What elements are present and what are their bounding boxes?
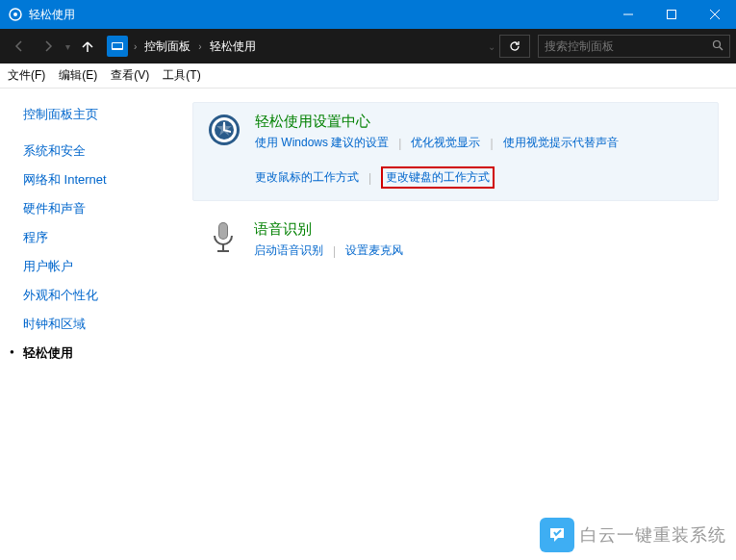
separator: | bbox=[490, 137, 493, 150]
ease-of-access-icon bbox=[207, 113, 241, 147]
sidebar-home[interactable]: 控制面板主页 bbox=[23, 106, 192, 123]
minimize-button[interactable] bbox=[606, 0, 649, 29]
svg-point-8 bbox=[714, 40, 721, 47]
link-optimize-visual[interactable]: 优化视觉显示 bbox=[411, 135, 480, 151]
sidebar-item-programs[interactable]: 程序 bbox=[23, 229, 192, 246]
chevron-right-icon: › bbox=[134, 41, 137, 52]
back-button[interactable] bbox=[6, 33, 33, 60]
forward-button[interactable] bbox=[35, 33, 62, 60]
sidebar-item-system[interactable]: 系统和安全 bbox=[23, 142, 192, 160]
breadcrumb-ease-of-access[interactable]: 轻松使用 bbox=[210, 38, 256, 55]
window-title: 轻松使用 bbox=[29, 7, 606, 23]
link-setup-mic[interactable]: 设置麦克风 bbox=[345, 242, 403, 259]
maximize-button[interactable] bbox=[649, 0, 693, 29]
menu-edit[interactable]: 编辑(E) bbox=[59, 67, 97, 84]
search-box[interactable] bbox=[538, 35, 730, 58]
sidebar-item-network[interactable]: 网络和 Internet bbox=[23, 171, 192, 189]
link-visual-cues[interactable]: 使用视觉提示代替声音 bbox=[503, 135, 619, 151]
close-button[interactable] bbox=[693, 0, 736, 29]
sidebar-item-clock[interactable]: 时钟和区域 bbox=[23, 316, 192, 333]
sidebar-item-ease-of-access[interactable]: 轻松使用 bbox=[23, 344, 192, 362]
chevron-right-icon: › bbox=[198, 41, 201, 52]
svg-point-1 bbox=[13, 13, 17, 16]
svg-rect-14 bbox=[219, 223, 227, 239]
separator: | bbox=[398, 137, 401, 150]
menu-file[interactable]: 文件(F) bbox=[8, 67, 45, 84]
refresh-button[interactable] bbox=[499, 35, 530, 58]
breadcrumb-dropdown-icon[interactable]: ⌄ bbox=[488, 41, 495, 52]
svg-rect-7 bbox=[113, 43, 122, 48]
link-windows-suggestions[interactable]: 使用 Windows 建议的设置 bbox=[255, 135, 389, 151]
separator: | bbox=[333, 244, 336, 258]
watermark-icon bbox=[540, 518, 574, 552]
link-start-speech[interactable]: 启动语音识别 bbox=[254, 242, 323, 259]
app-icon bbox=[8, 7, 23, 22]
ease-center-title[interactable]: 轻松使用设置中心 bbox=[255, 113, 704, 131]
svg-rect-3 bbox=[667, 11, 675, 19]
watermark-text: 白云一键重装系统 bbox=[580, 523, 726, 547]
card-ease-of-access: 轻松使用设置中心 使用 Windows 建议的设置 | 优化视觉显示 | 使用视… bbox=[192, 102, 719, 201]
nav-dropdown-icon[interactable]: ▾ bbox=[65, 41, 70, 52]
search-input[interactable] bbox=[545, 39, 712, 53]
breadcrumb-control-panel[interactable]: 控制面板 bbox=[144, 38, 190, 55]
sidebar-item-hardware[interactable]: 硬件和声音 bbox=[23, 200, 192, 217]
separator: | bbox=[368, 171, 371, 185]
card-speech: 语音识别 启动语音识别 | 设置麦克风 bbox=[192, 211, 719, 270]
watermark: 白云一键重装系统 bbox=[540, 518, 726, 552]
search-icon[interactable] bbox=[712, 39, 723, 54]
link-change-keyboard[interactable]: 更改键盘的工作方式 bbox=[381, 166, 495, 189]
svg-line-9 bbox=[720, 47, 723, 50]
up-button[interactable] bbox=[74, 33, 101, 60]
sidebar-item-accounts[interactable]: 用户帐户 bbox=[23, 258, 192, 275]
menu-view[interactable]: 查看(V) bbox=[111, 67, 149, 84]
microphone-icon bbox=[206, 220, 241, 255]
control-panel-icon bbox=[107, 36, 128, 57]
speech-title[interactable]: 语音识别 bbox=[254, 220, 403, 239]
sidebar-item-appearance[interactable]: 外观和个性化 bbox=[23, 287, 192, 304]
link-change-mouse[interactable]: 更改鼠标的工作方式 bbox=[255, 169, 359, 186]
menu-tools[interactable]: 工具(T) bbox=[163, 67, 200, 84]
